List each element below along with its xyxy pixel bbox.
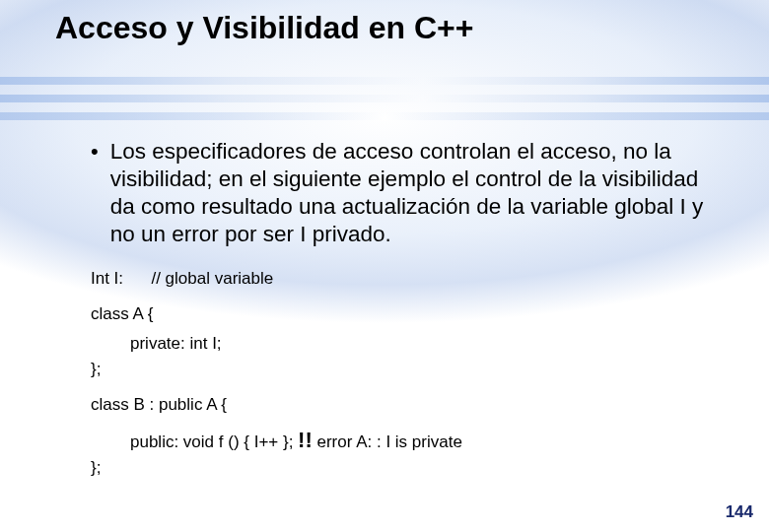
- slide-body: • Los especificadores de acceso controla…: [91, 138, 710, 483]
- code-line: };: [91, 359, 710, 380]
- bullet-item: • Los especificadores de acceso controla…: [91, 138, 710, 248]
- error-bangs: !!: [298, 428, 313, 452]
- code-error-text: error A: : I is private: [313, 432, 462, 451]
- decorative-stripe: [0, 112, 769, 120]
- bullet-marker: •: [91, 138, 99, 166]
- code-line: };: [91, 457, 710, 479]
- page-number: 144: [726, 502, 753, 522]
- code-line: class A {: [91, 303, 153, 325]
- code-block: Int I: // global variable class A { priv…: [91, 268, 710, 479]
- decorative-stripes: [0, 69, 769, 138]
- bullet-text: Los especificadores de acceso controlan …: [110, 138, 710, 248]
- slide: Acceso y Visibilidad en C++ • Los especi…: [0, 0, 769, 532]
- code-text: public: void f () { I++ };: [130, 432, 298, 451]
- code-line: private: int I;: [91, 333, 710, 355]
- code-comment: // global variable: [151, 269, 273, 288]
- code-line: class B : public A {: [91, 394, 227, 416]
- code-line: public: void f () { I++ }; !! error A: :…: [91, 430, 710, 453]
- slide-title: Acceso y Visibilidad en C++: [55, 10, 730, 46]
- code-line: Int I: // global variable: [91, 268, 710, 290]
- code-text: Int I:: [91, 269, 123, 288]
